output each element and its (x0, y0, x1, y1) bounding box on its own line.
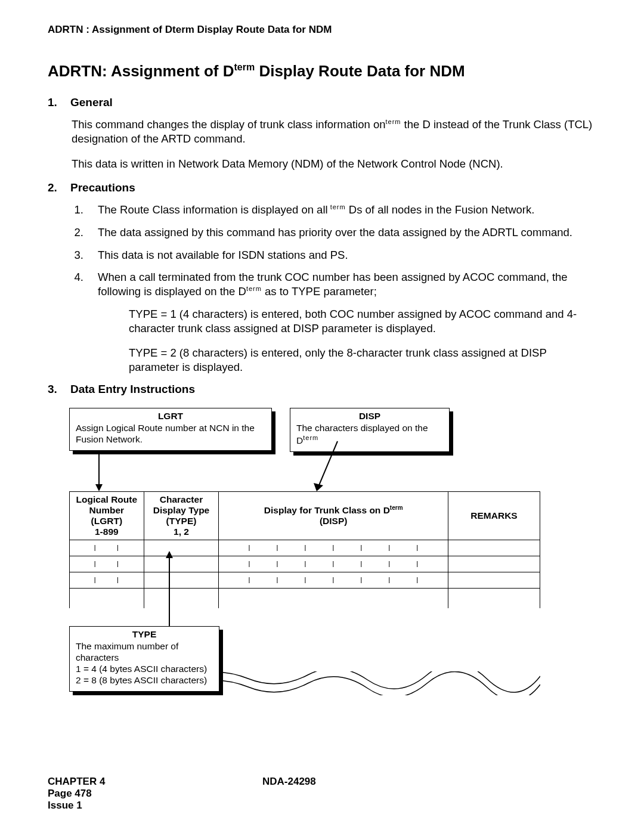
callout-type-title: TYPE (76, 629, 213, 640)
th-line: Character (160, 494, 203, 504)
page-footer: CHAPTER 4 Page 478 Issue 1 NDA-24298 (48, 776, 596, 812)
th-type: Character Display Type (TYPE) 1, 2 (144, 491, 219, 540)
list-body: The Route Class information is displayed… (98, 203, 596, 217)
list-number: 4. (72, 270, 83, 374)
superscript-fragment: term (385, 118, 401, 125)
th-line: (DISP) (320, 516, 348, 526)
precaution-item-1: 1. The Route Class information is displa… (72, 203, 596, 217)
callout-type: TYPE The maximum number of characters 1 … (69, 626, 219, 692)
cell (144, 556, 219, 572)
general-paragraph-1: This command changes the display of trun… (72, 117, 596, 146)
th-line: Number (89, 505, 125, 515)
th-line: (TYPE) (166, 516, 197, 526)
cell (448, 572, 540, 588)
svg-marker-3 (314, 483, 323, 491)
cell (448, 540, 540, 556)
section-3-number: 3. (48, 383, 60, 396)
footer-page: Page 478 (48, 788, 262, 800)
superscript-fragment: term (390, 504, 403, 511)
entry-table-wrap: Logical Route Number (LGRT) 1-899 Charac… (69, 491, 540, 609)
callout-type-line-3: 2 = 8 (8 bytes ASCII characters) (76, 675, 213, 686)
superscript-fragment: term (328, 203, 346, 210)
list-body: When a call terminated from the trunk CO… (98, 270, 596, 374)
callout-lgrt-body: Assign Logical Route number at NCN in th… (76, 423, 265, 445)
cell (219, 572, 448, 588)
section-3-title: Data Entry Instructions (70, 383, 195, 396)
list-body: The data assigned by this command has pr… (98, 225, 596, 240)
footer-chapter: CHAPTER 4 (48, 776, 262, 788)
cell (219, 556, 448, 572)
cell (70, 556, 144, 572)
th-disp: Display for Trunk Class on Dterm (DISP) (219, 491, 448, 540)
section-2-number: 2. (48, 181, 60, 194)
section-1-title: General (70, 96, 113, 109)
table-row (70, 556, 540, 572)
section-1-heading: 1. General (48, 96, 596, 109)
th-line: Logical Route (76, 494, 137, 504)
cell (219, 588, 448, 608)
cell (144, 572, 219, 588)
entry-table: Logical Route Number (LGRT) 1-899 Charac… (69, 491, 540, 609)
th-lgrt: Logical Route Number (LGRT) 1-899 (70, 491, 144, 540)
table-row (70, 540, 540, 556)
footer-issue: Issue 1 (48, 800, 262, 812)
callout-lgrt-title: LGRT (76, 411, 265, 422)
cell (448, 588, 540, 608)
superscript-fragment: term (303, 434, 318, 441)
precautions-list: 1. The Route Class information is displa… (72, 203, 596, 374)
cell (70, 540, 144, 556)
title-superscript: term (234, 62, 255, 72)
precaution-item-4: 4. When a call terminated from the trunk… (72, 270, 596, 374)
th-line: 1-899 (95, 527, 119, 537)
callout-disp-title: DISP (296, 411, 443, 422)
th-line: Display for Trunk Class on D (264, 505, 390, 515)
list-number: 1. (72, 203, 83, 217)
section-2-title: Precautions (70, 181, 135, 194)
list-number: 3. (72, 248, 83, 262)
cell (70, 588, 144, 608)
superscript-fragment: term (246, 285, 262, 292)
th-line: 1, 2 (174, 527, 189, 537)
callout-type-line-1: The maximum number of characters (76, 641, 213, 664)
cell (144, 588, 219, 608)
table-row (70, 588, 540, 608)
general-paragraph-2: This data is written in Network Data Mem… (72, 157, 596, 171)
list-body: This data is not available for ISDN stat… (98, 248, 596, 262)
footer-doc-id: NDA-24298 (262, 776, 596, 788)
th-line: (LGRT) (91, 516, 123, 526)
section-2-heading: 2. Precautions (48, 181, 596, 194)
callout-disp-body: The characters displayed on the Dterm (296, 423, 443, 447)
th-remarks: REMARKS (448, 491, 540, 540)
cell (219, 540, 448, 556)
cell (448, 556, 540, 572)
data-entry-diagram: LGRT Assign Logical Route number at NCN … (69, 408, 596, 694)
precaution-item-3: 3. This data is not available for ISDN s… (72, 248, 596, 262)
text-fragment: The Route Class information is displayed… (98, 203, 328, 216)
table-row (70, 572, 540, 588)
text-fragment: This command changes the display of trun… (72, 118, 385, 131)
svg-marker-1 (95, 484, 103, 491)
arrow-lgrt (93, 451, 129, 493)
title-post: Display Route Data for NDM (255, 62, 465, 80)
th-line: Display Type (153, 505, 209, 515)
page-header: ADRTN : Assignment of Dterm Display Rout… (48, 24, 596, 36)
text-fragment: as to TYPE parameter; (262, 285, 377, 298)
callout-type-line-2: 1 = 4 (4 bytes ASCII characters) (76, 664, 213, 675)
list-number: 2. (72, 225, 83, 240)
callout-disp: DISP The characters displayed on the Dte… (290, 408, 450, 453)
precaution-4-sub-2: TYPE = 2 (8 characters) is entered, only… (129, 346, 596, 374)
page-title: ADRTN: Assignment of Dterm Display Route… (48, 62, 596, 80)
callout-lgrt: LGRT Assign Logical Route number at NCN … (69, 408, 272, 451)
text-fragment: Ds of all nodes in the Fusion Network. (346, 203, 535, 216)
precaution-4-sub-1: TYPE = 1 (4 characters) is entered, both… (129, 307, 596, 335)
title-pre: ADRTN: Assignment of D (48, 62, 234, 80)
cell (70, 572, 144, 588)
section-3-heading: 3. Data Entry Instructions (48, 383, 596, 396)
cell (144, 540, 219, 556)
precaution-item-2: 2. The data assigned by this command has… (72, 225, 596, 240)
section-1-number: 1. (48, 96, 60, 109)
